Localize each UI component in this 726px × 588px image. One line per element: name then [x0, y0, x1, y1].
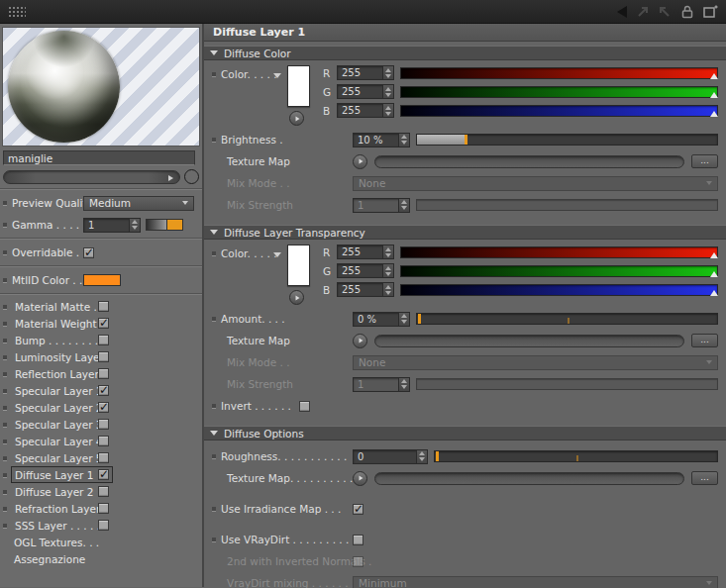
section-header-diffuse-color[interactable]: Diffuse Color: [204, 46, 726, 60]
layer-row[interactable]: SSS Layer . . . . .: [0, 517, 202, 534]
section-header-diffuse-options[interactable]: Diffuse Options: [204, 426, 726, 441]
spinner-arrows-icon[interactable]: [398, 134, 409, 147]
layer-checkbox[interactable]: [98, 469, 109, 480]
red-value-spinner[interactable]: 255: [337, 245, 394, 259]
spinner-arrows-icon[interactable]: [382, 104, 393, 117]
layer-row[interactable]: Diffuse Layer 2: [0, 483, 202, 500]
blue-slider[interactable]: [400, 284, 718, 296]
slider-marker[interactable]: [710, 290, 718, 296]
color-swatch[interactable]: [287, 65, 310, 107]
layer-checkbox[interactable]: [98, 301, 109, 312]
texture-map-field[interactable]: [374, 472, 684, 485]
material-preview[interactable]: [2, 27, 200, 147]
layer-row[interactable]: Diffuse Layer 1: [0, 466, 202, 483]
back-icon[interactable]: [614, 5, 629, 19]
spinner-arrows-icon[interactable]: [398, 313, 409, 326]
green-value-spinner[interactable]: 255: [337, 263, 394, 278]
green-slider[interactable]: [400, 265, 718, 277]
layer-checkbox[interactable]: [98, 368, 109, 379]
layer-row[interactable]: Specular Layer 2: [0, 399, 202, 416]
slider-marker[interactable]: [710, 73, 718, 79]
red-slider[interactable]: [400, 67, 718, 79]
texture-map-field[interactable]: [374, 155, 684, 168]
roughness-spinner[interactable]: 0: [353, 449, 428, 464]
layer-checkbox[interactable]: [98, 318, 109, 329]
grip-icon[interactable]: [8, 6, 26, 18]
layer-checkbox[interactable]: [98, 486, 109, 497]
layer-checkbox[interactable]: [98, 503, 109, 514]
layer-checkbox[interactable]: [98, 520, 109, 531]
preview-type-field[interactable]: [3, 170, 180, 184]
brightness-spinner[interactable]: 10 %: [353, 133, 410, 147]
green-value-spinner[interactable]: 255: [337, 84, 394, 99]
material-name-input[interactable]: [3, 150, 195, 165]
texture-map-field[interactable]: [374, 335, 684, 347]
slider-handle[interactable]: [436, 451, 439, 461]
use-vraydirt-checkbox[interactable]: [353, 535, 363, 545]
section-header-transparency[interactable]: Diffuse Layer Transparency: [204, 225, 726, 240]
lock-icon[interactable]: [679, 4, 695, 19]
layer-row[interactable]: Refraction Layer: [0, 500, 202, 517]
spinner-arrows-icon[interactable]: [382, 66, 393, 79]
red-value-spinner[interactable]: 255: [337, 65, 394, 80]
layer-checkbox[interactable]: [98, 452, 109, 463]
color-expand-button[interactable]: [289, 111, 304, 126]
layer-checkbox[interactable]: [98, 402, 109, 413]
load-arrow-icon[interactable]: [636, 5, 651, 19]
save-arrow-icon[interactable]: [658, 5, 673, 19]
layer-row[interactable]: Luminosity Layer: [0, 348, 202, 365]
preview-quality-dropdown[interactable]: Medium: [83, 196, 194, 211]
texture-expand-button[interactable]: [353, 471, 367, 486]
menu-row[interactable]: OGL Textures. . .: [0, 534, 202, 550]
spinner-arrows-icon[interactable]: [416, 450, 427, 463]
menu-row[interactable]: Assegnazione: [0, 550, 202, 567]
browse-button[interactable]: ...: [691, 471, 718, 485]
mtlid-color-swatch[interactable]: [83, 274, 121, 286]
spinner-arrows-icon[interactable]: [382, 264, 393, 277]
layer-row[interactable]: Specular Layer 4: [0, 433, 202, 449]
layer-row[interactable]: Reflection Layer: [0, 365, 202, 382]
color-dropdown-icon[interactable]: [273, 73, 281, 78]
layer-checkbox[interactable]: [98, 335, 109, 345]
layer-row[interactable]: Specular Layer 3: [0, 416, 202, 433]
spinner-arrows-icon[interactable]: [382, 85, 393, 98]
material-ball-icon[interactable]: [184, 169, 199, 184]
slider-marker[interactable]: [710, 271, 718, 277]
roughness-slider[interactable]: [434, 450, 718, 462]
brightness-slider[interactable]: [416, 134, 718, 146]
browse-button[interactable]: ...: [691, 154, 718, 168]
layer-row[interactable]: Specular Layer 5: [0, 449, 202, 466]
layer-checkbox[interactable]: [98, 351, 109, 362]
slider-handle[interactable]: [465, 135, 467, 145]
layer-checkbox[interactable]: [98, 436, 109, 446]
new-frame-icon[interactable]: [702, 4, 718, 19]
layer-row[interactable]: Bump . . . . . . . .: [0, 332, 202, 348]
slider-marker[interactable]: [710, 92, 718, 98]
blue-slider[interactable]: [400, 105, 718, 117]
spinner-arrows-icon[interactable]: [382, 283, 393, 296]
red-slider[interactable]: [400, 246, 718, 258]
slider-handle[interactable]: [418, 314, 421, 324]
layer-checkbox[interactable]: [98, 385, 109, 396]
amount-slider[interactable]: [416, 313, 718, 325]
amount-spinner[interactable]: 0 %: [353, 312, 410, 327]
spinner-arrows-icon[interactable]: [382, 245, 393, 258]
browse-button[interactable]: ...: [691, 334, 718, 347]
color-swatch[interactable]: [287, 245, 310, 286]
texture-expand-button[interactable]: [353, 154, 367, 169]
layer-row[interactable]: Specular Layer 1: [0, 382, 202, 399]
invert-checkbox[interactable]: [299, 401, 310, 412]
slider-marker[interactable]: [710, 252, 718, 258]
layer-row[interactable]: Material Matte . .: [0, 298, 202, 315]
use-irradiance-checkbox[interactable]: [353, 504, 363, 515]
gamma-spinner[interactable]: 1: [83, 218, 141, 233]
layer-checkbox[interactable]: [98, 419, 109, 430]
slider-marker[interactable]: [710, 111, 718, 117]
layer-row[interactable]: Material Weight: [0, 315, 202, 332]
overridable-checkbox[interactable]: [83, 247, 94, 258]
blue-value-spinner[interactable]: 255: [337, 103, 394, 118]
blue-value-spinner[interactable]: 255: [337, 282, 394, 297]
green-slider[interactable]: [400, 86, 718, 98]
texture-expand-button[interactable]: [353, 334, 367, 348]
gamma-gradient-widget[interactable]: [146, 219, 183, 231]
